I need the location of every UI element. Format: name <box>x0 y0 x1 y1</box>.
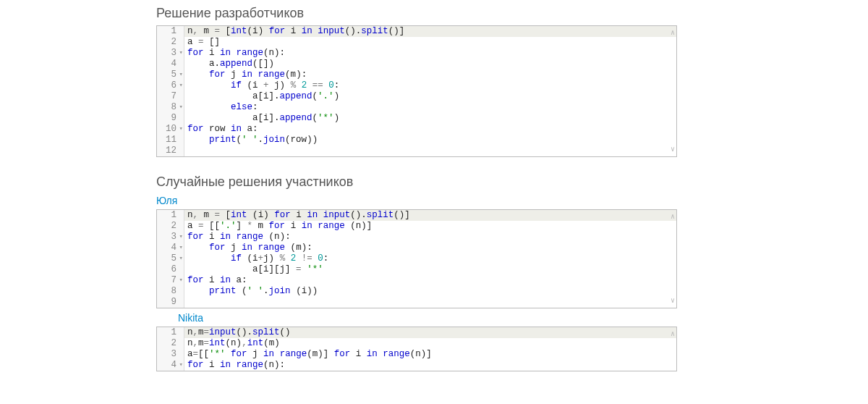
code-line[interactable]: 3a=[['*' for j in range(m)] for i in ran… <box>157 349 676 360</box>
scroll-down-icon[interactable]: ∨ <box>671 295 675 306</box>
developers-solution-title: Решение разработчиков <box>156 6 677 21</box>
line-number: 9 <box>157 297 184 308</box>
code-content[interactable] <box>184 146 676 156</box>
code-content[interactable]: a = [] <box>184 37 676 48</box>
fold-icon[interactable]: ▾ <box>179 232 183 243</box>
code-line[interactable]: 6 a[i][j] = '*' <box>157 264 676 275</box>
code-content[interactable]: for j in range(m): <box>184 70 676 80</box>
code-content[interactable]: for i in a: <box>184 275 676 286</box>
code-content[interactable]: print(' '.join(row)) <box>184 135 676 146</box>
code-line[interactable]: 4▾for i in range(n): <box>157 360 676 371</box>
code-content[interactable]: for i in range(n): <box>184 360 676 371</box>
code-line[interactable]: 9 a[i].append('*') <box>157 113 676 124</box>
line-number: 1 <box>157 327 184 338</box>
line-number: 8 <box>157 286 184 297</box>
code-editor-u1[interactable]: ∧ ∨ 1n, m = [int (i) for i in input().sp… <box>156 209 677 308</box>
line-number: 4 <box>157 59 184 70</box>
code-content[interactable]: a[i][j] = '*' <box>184 264 676 275</box>
code-line[interactable]: 3▾for i in range(n): <box>157 48 676 59</box>
line-number: 10▾ <box>157 124 184 135</box>
code-line[interactable]: 2a = [['.'] * m for i in range (n)] <box>157 221 676 232</box>
line-number: 6▾ <box>157 80 184 91</box>
line-number: 9 <box>157 113 184 124</box>
line-number: 6 <box>157 264 184 275</box>
code-line[interactable]: 2n,m=int(n),int(m) <box>157 338 676 349</box>
fold-icon[interactable]: ▾ <box>179 102 183 113</box>
code-line[interactable]: 8▾ else: <box>157 102 676 113</box>
code-content[interactable]: for i in range (n): <box>184 232 676 243</box>
code-line[interactable]: 11 print(' '.join(row)) <box>157 135 676 146</box>
code-line[interactable]: 1n, m = [int(i) for i in input().split()… <box>157 26 676 37</box>
line-number: 5▾ <box>157 70 184 80</box>
line-number: 2 <box>157 37 184 48</box>
line-number: 3 <box>157 349 184 360</box>
code-content[interactable]: if (i+j) % 2 != 0: <box>184 253 676 264</box>
code-line[interactable]: 4▾ for j in range (m): <box>157 243 676 253</box>
line-number: 3▾ <box>157 48 184 59</box>
line-number: 8▾ <box>157 102 184 113</box>
code-line[interactable]: 8 print (' '.join (i)) <box>157 286 676 297</box>
code-content[interactable]: a[i].append('.') <box>184 91 676 102</box>
code-editor-u2[interactable]: ∧ 1n,m=input().split()2n,m=int(n),int(m)… <box>156 327 677 371</box>
user-link-nikita[interactable]: Nikita <box>178 312 203 324</box>
code-content[interactable]: n,m=input().split() <box>184 327 676 338</box>
code-line[interactable]: 9 <box>157 297 676 308</box>
line-number: 2 <box>157 221 184 232</box>
code-content[interactable]: n, m = [int(i) for i in input().split()] <box>184 26 676 37</box>
fold-icon[interactable]: ▾ <box>179 124 183 135</box>
code-line[interactable]: 7▾for i in a: <box>157 275 676 286</box>
code-content[interactable]: n,m=int(n),int(m) <box>184 338 676 349</box>
fold-icon[interactable]: ▾ <box>179 48 183 59</box>
code-line[interactable]: 7 a[i].append('.') <box>157 91 676 102</box>
fold-icon[interactable]: ▾ <box>179 253 183 264</box>
line-number: 1 <box>157 26 184 37</box>
code-line[interactable]: 5▾ if (i+j) % 2 != 0: <box>157 253 676 264</box>
fold-icon[interactable]: ▾ <box>179 360 183 371</box>
code-line[interactable]: 1n,m=input().split() <box>157 327 676 338</box>
line-number: 4▾ <box>157 360 184 371</box>
line-number: 7 <box>157 91 184 102</box>
code-content[interactable]: a[i].append('*') <box>184 113 676 124</box>
code-line[interactable]: 5▾ for j in range(m): <box>157 70 676 80</box>
scroll-down-icon[interactable]: ∨ <box>671 144 675 155</box>
code-content[interactable]: else: <box>184 102 676 113</box>
code-editor-dev[interactable]: ∧ ∨ 1n, m = [int(i) for i in input().spl… <box>156 25 677 157</box>
code-content[interactable]: n, m = [int (i) for i in input().split()… <box>184 210 676 221</box>
code-line[interactable]: 6▾ if (i + j) % 2 == 0: <box>157 80 676 91</box>
fold-icon[interactable]: ▾ <box>179 243 183 253</box>
participants-solutions-title: Случайные решения участников <box>156 174 677 190</box>
scroll-up-icon[interactable]: ∧ <box>671 28 675 38</box>
line-number: 7▾ <box>157 275 184 286</box>
code-line[interactable]: 12 <box>157 146 676 156</box>
code-line[interactable]: 10▾for row in a: <box>157 124 676 135</box>
line-number: 1 <box>157 210 184 221</box>
fold-icon[interactable]: ▾ <box>179 80 183 91</box>
code-line[interactable]: 3▾for i in range (n): <box>157 232 676 243</box>
code-content[interactable]: a.append([]) <box>184 59 676 70</box>
code-content[interactable]: if (i + j) % 2 == 0: <box>184 80 676 91</box>
code-line[interactable]: 2a = [] <box>157 37 676 48</box>
line-number: 2 <box>157 338 184 349</box>
code-content[interactable]: print (' '.join (i)) <box>184 286 676 297</box>
scroll-up-icon[interactable]: ∧ <box>671 211 675 222</box>
line-number: 5▾ <box>157 253 184 264</box>
scroll-up-icon[interactable]: ∧ <box>671 329 675 340</box>
line-number: 4▾ <box>157 243 184 253</box>
code-line[interactable]: 1n, m = [int (i) for i in input().split(… <box>157 210 676 221</box>
line-number: 3▾ <box>157 232 184 243</box>
code-content[interactable]: for j in range (m): <box>184 243 676 253</box>
line-number: 11 <box>157 135 184 146</box>
code-content[interactable]: for i in range(n): <box>184 48 676 59</box>
fold-icon[interactable]: ▾ <box>179 275 183 286</box>
line-number: 12 <box>157 146 184 156</box>
code-content[interactable] <box>184 297 676 308</box>
fold-icon[interactable]: ▾ <box>179 70 183 80</box>
user-link-yulya[interactable]: Юля <box>156 195 177 206</box>
code-content[interactable]: a=[['*' for j in range(m)] for i in rang… <box>184 349 676 360</box>
code-content[interactable]: a = [['.'] * m for i in range (n)] <box>184 221 676 232</box>
code-line[interactable]: 4 a.append([]) <box>157 59 676 70</box>
code-content[interactable]: for row in a: <box>184 124 676 135</box>
